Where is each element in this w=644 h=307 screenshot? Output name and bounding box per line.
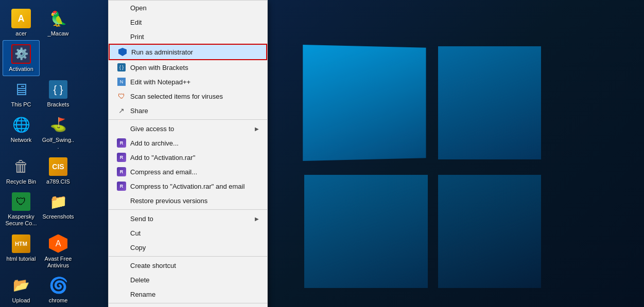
desktop-icon-upload[interactable]: 📂 Upload	[3, 272, 40, 307]
desktop-icon-html[interactable]: HTM html tutorial	[3, 230, 40, 272]
shield-run-icon	[118, 47, 127, 57]
rar-activation-icon: R	[117, 153, 126, 162]
separator-2	[109, 209, 267, 210]
desktop-icon-kaspersky-label: Kaspersky Secure Co...	[5, 213, 38, 227]
ctx-copy-label: Copy	[130, 244, 259, 251]
chrome-icon: 🌀	[48, 275, 68, 296]
notepad-sm-icon: N	[117, 77, 126, 86]
ctx-send-to[interactable]: Send to ▶	[109, 211, 267, 226]
ctx-run-as-admin-label: Run as administrator	[131, 48, 258, 56]
desktop-icon-cis-label: a789.CIS	[46, 178, 70, 185]
cis-icon: CIS	[48, 156, 68, 177]
avast-icon: A	[48, 233, 68, 254]
ctx-add-activation-rar-label: Add to "Activation.rar"	[130, 154, 259, 161]
desktop-icon-recycle-label: Recycle Bin	[6, 178, 36, 185]
brackets-icon: { }	[48, 79, 68, 100]
delete-icon	[117, 275, 126, 284]
give-access-arrow: ▶	[255, 126, 259, 132]
ctx-rename[interactable]: Rename	[109, 287, 267, 301]
desktop-icon-screenshots-label: Screenshots	[42, 213, 74, 220]
macaw-icon: 🦜	[48, 8, 68, 29]
ctx-edit-notepad[interactable]: N Edit with Notepad++	[109, 75, 267, 89]
desktop-icon-network-label: Network	[11, 137, 31, 143]
desktop-icon-chrome-label: chrome	[49, 297, 68, 304]
desktop	[0, 0, 644, 307]
ctx-cut[interactable]: Cut	[109, 226, 267, 240]
ctx-restore-versions[interactable]: Restore previous versions	[109, 193, 267, 208]
ctx-add-activation-rar[interactable]: R Add to "Activation.rar"	[109, 150, 267, 165]
open-icon	[117, 3, 126, 12]
rar-compress-activation-icon: R	[117, 182, 126, 191]
upload-icon: 📂	[11, 275, 31, 296]
desktop-icon-activation[interactable]: ⚙️ Activation	[3, 40, 40, 76]
desktop-icon-screenshots[interactable]: 📁 Screenshots	[40, 188, 77, 230]
context-menu: Open Edit Print Run as administrator { }…	[108, 0, 268, 307]
desktop-icon-golf-label: Golf_Swing...	[42, 137, 75, 150]
activation-icon: ⚙️	[11, 44, 31, 64]
desktop-icon-macaw-label: _Macaw	[48, 30, 69, 37]
html-icon: HTM	[11, 233, 31, 254]
ctx-send-to-label: Send to	[130, 215, 251, 223]
ctx-compress-activation-email-label: Compress to "Activation.rar" and email	[130, 183, 259, 190]
kaspersky-icon: 🛡	[11, 191, 31, 212]
ctx-give-access[interactable]: Give access to ▶	[109, 121, 267, 136]
desktop-icon-macaw[interactable]: 🦜 _Macaw	[40, 5, 77, 40]
ctx-open-brackets[interactable]: { } Open with Brackets	[109, 60, 267, 75]
desktop-icon-chrome[interactable]: 🌀 chrome	[40, 272, 77, 307]
screenshots-icon: 📁	[48, 191, 68, 212]
ctx-properties[interactable]: Properties	[109, 305, 267, 307]
desktop-icon-brackets[interactable]: { } Brackets	[40, 76, 77, 111]
ctx-compress-email[interactable]: R Compress and email...	[109, 165, 267, 179]
desktop-icon-network[interactable]: 🌐 Network	[3, 112, 40, 153]
ctx-open[interactable]: Open	[109, 1, 267, 15]
print-icon	[117, 32, 126, 41]
ctx-run-as-admin[interactable]: Run as administrator	[109, 44, 267, 60]
ctx-create-shortcut-label: Create shortcut	[130, 262, 259, 269]
send-to-arrow: ▶	[255, 216, 259, 222]
scan-icon: 🛡	[117, 92, 126, 101]
golf-icon: ⛳	[48, 115, 68, 135]
cut-icon	[117, 228, 126, 238]
desktop-icon-cis[interactable]: CIS a789.CIS	[40, 153, 77, 188]
desktop-icon-golf[interactable]: ⛳ Golf_Swing...	[40, 112, 77, 153]
ctx-rename-label: Rename	[130, 291, 259, 298]
ctx-edit[interactable]: Edit	[109, 15, 267, 29]
desktop-icon-acer-label: acer	[15, 30, 26, 37]
desktop-icon-html-label: html tutorial	[7, 256, 36, 262]
desktop-icon-kaspersky[interactable]: 🛡 Kaspersky Secure Co...	[3, 188, 40, 230]
desktop-icon-avast-label: Avast Free Antivirus	[42, 256, 75, 269]
desktop-icon-thispc[interactable]: 🖥 This PC	[3, 76, 40, 111]
ctx-copy[interactable]: Copy	[109, 240, 267, 255]
ctx-share[interactable]: ↗ Share	[109, 103, 267, 118]
desktop-icon-recycle[interactable]: 🗑 Recycle Bin	[3, 153, 40, 188]
ctx-add-archive-label: Add to archive...	[130, 139, 259, 147]
send-to-icon	[117, 214, 126, 223]
ctx-print[interactable]: Print	[109, 29, 267, 44]
ctx-scan[interactable]: 🛡 Scan selected items for viruses	[109, 89, 267, 103]
ctx-delete[interactable]: Delete	[109, 273, 267, 287]
ctx-give-access-label: Give access to	[130, 125, 251, 133]
ctx-compress-activation-email[interactable]: R Compress to "Activation.rar" and email	[109, 179, 267, 193]
give-access-icon	[117, 124, 126, 133]
ctx-compress-email-label: Compress and email...	[130, 168, 259, 176]
network-icon: 🌐	[11, 115, 31, 135]
separator-4	[109, 303, 267, 303]
separator-3	[109, 256, 267, 257]
desktop-icon-acer[interactable]: A acer	[3, 5, 40, 40]
ctx-open-label: Open	[130, 4, 259, 12]
ctx-print-label: Print	[130, 33, 259, 41]
ctx-delete-label: Delete	[130, 276, 259, 284]
windows-logo	[304, 26, 603, 283]
ctx-share-label: Share	[130, 107, 259, 115]
ctx-add-archive[interactable]: R Add to archive...	[109, 136, 267, 150]
ctx-cut-label: Cut	[130, 229, 259, 237]
shortcut-icon	[117, 261, 126, 270]
ctx-create-shortcut[interactable]: Create shortcut	[109, 258, 267, 273]
desktop-icon-avast[interactable]: A Avast Free Antivirus	[40, 230, 77, 272]
restore-icon	[117, 196, 126, 205]
separator-1	[109, 119, 267, 120]
desktop-icon-thispc-label: This PC	[11, 101, 31, 108]
rename-icon	[117, 290, 126, 299]
desktop-icon-brackets-label: Brackets	[47, 101, 69, 108]
ctx-restore-versions-label: Restore previous versions	[130, 197, 259, 205]
